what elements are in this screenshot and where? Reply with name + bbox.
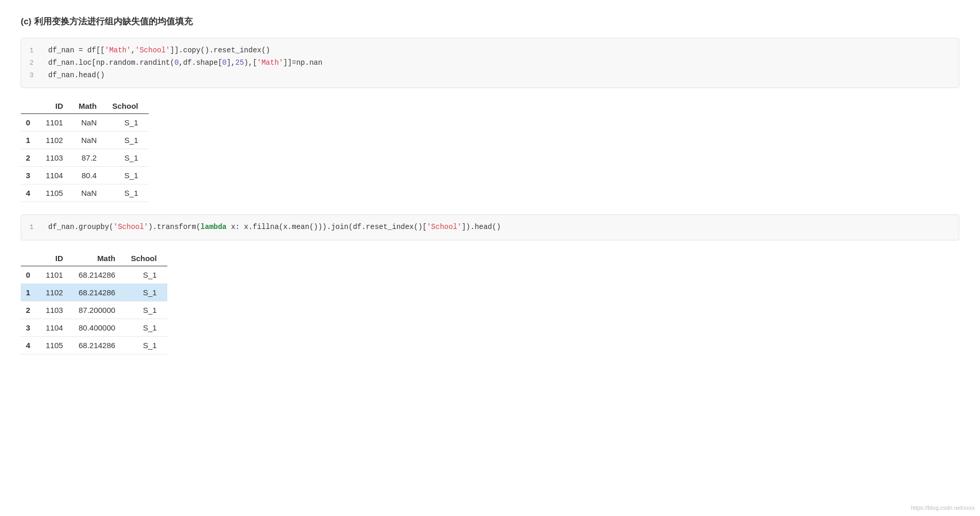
th-index [21,251,40,266]
code-plain: ,df.shape[ [179,59,222,67]
td-index: 4 [21,184,40,202]
td-math: 80.400000 [74,319,126,337]
code-num: 0 [175,59,179,67]
td-school: S_1 [126,302,167,319]
code-line: 2 df_nan.loc[np.random.randint(0,df.shap… [30,57,950,69]
code-keyword: lambda [200,223,226,231]
td-index: 0 [21,114,40,132]
table-row: 0 1101 68.214286 S_1 [21,266,167,284]
td-index: 0 [21,266,40,284]
table-row: 1 1102 NaN S_1 [21,132,149,149]
code-text: df_nan.loc[np.random.randint(0,df.shape[… [48,57,322,69]
td-id: 1104 [40,319,73,337]
line-num: 1 [30,45,42,56]
code-string: 'Math' [105,46,131,54]
code-string: 'School' [135,46,170,54]
td-math: NaN [74,114,107,132]
code-num: 25 [235,59,244,67]
code-text: df_nan.head() [48,69,105,82]
code-plain: ]).head() [462,223,501,231]
td-id: 1101 [40,114,73,132]
table-row: 2 1103 87.200000 S_1 [21,302,167,319]
td-math: 68.214286 [74,266,126,284]
code-line: 1 df_nan = df[['Math','School']].copy().… [30,45,950,57]
code-block-2: 1 df_nan.groupby('School').transform(lam… [21,214,959,240]
line-num: 1 [30,222,42,233]
td-id: 1105 [40,337,73,354]
table-row: 2 1103 87.2 S_1 [21,149,149,167]
dataframe-table-1: ID Math School 0 1101 NaN S_1 1 1102 NaN… [21,98,959,202]
table-header-row: ID Math School [21,251,167,266]
td-school: S_1 [126,319,167,337]
code-plain: df_nan.head() [48,71,105,79]
td-math: 87.200000 [74,302,126,319]
code-plain: x: x.fillna(x.mean())).join(df.reset_ind… [227,223,427,231]
td-math: 68.214286 [74,337,126,354]
td-id: 1103 [40,302,73,319]
code-plain: ).transform( [148,223,200,231]
td-school: S_1 [126,284,167,302]
td-school: S_1 [126,266,167,284]
code-plain: ),[ [244,59,257,67]
table: ID Math School 0 1101 NaN S_1 1 1102 NaN… [21,98,149,202]
td-index: 4 [21,337,40,354]
td-school: S_1 [126,337,167,354]
code-plain: ], [226,59,235,67]
td-id: 1102 [40,284,73,302]
td-id: 1105 [40,184,73,202]
td-index: 3 [21,167,40,184]
th-math: Math [74,251,126,266]
td-id: 1103 [40,149,73,167]
table: ID Math School 0 1101 68.214286 S_1 1 11… [21,251,167,354]
code-plain: df[[ [83,46,105,54]
th-index [21,98,40,114]
code-line: 3 df_nan.head() [30,69,950,82]
td-math: NaN [74,184,107,202]
td-index: 1 [21,284,40,302]
td-id: 1102 [40,132,73,149]
table-row: 4 1105 68.214286 S_1 [21,337,167,354]
code-plain: df_nan [48,46,79,54]
td-id: 1104 [40,167,73,184]
td-id: 1101 [40,266,73,284]
table-row: 0 1101 NaN S_1 [21,114,149,132]
line-num: 3 [30,70,42,81]
code-line: 1 df_nan.groupby('School').transform(lam… [30,221,950,234]
code-plain: df_nan.groupby( [48,223,113,231]
td-math: NaN [74,132,107,149]
td-index: 3 [21,319,40,337]
th-school: School [126,251,167,266]
td-school: S_1 [107,132,149,149]
table-row: 4 1105 NaN S_1 [21,184,149,202]
th-math: Math [74,98,107,114]
code-op: = [79,46,83,54]
table-row: 1 1102 68.214286 S_1 [21,284,167,302]
line-num: 2 [30,58,42,69]
td-index: 2 [21,302,40,319]
td-school: S_1 [107,114,149,132]
dataframe-table-2: ID Math School 0 1101 68.214286 S_1 1 11… [21,251,959,354]
code-string: 'School' [427,223,462,231]
th-id: ID [40,98,73,114]
code-plain: , [131,46,135,54]
th-id: ID [40,251,73,266]
td-math: 68.214286 [74,284,126,302]
code-text: df_nan.groupby('School').transform(lambd… [48,221,501,234]
code-plain: ]].copy().reset_index() [170,46,270,54]
section-title: (c) 利用变换方法进行组内缺失值的均值填充 [21,16,959,27]
code-string: 'Math' [257,59,283,67]
td-math: 87.2 [74,149,107,167]
code-text: df_nan = df[['Math','School']].copy().re… [48,45,270,57]
td-index: 2 [21,149,40,167]
code-string: 'School' [113,223,148,231]
code-plain: df_nan.loc[np.random.randint( [48,59,175,67]
td-school: S_1 [107,184,149,202]
table-row: 3 1104 80.400000 S_1 [21,319,167,337]
td-index: 1 [21,132,40,149]
td-school: S_1 [107,149,149,167]
td-math: 80.4 [74,167,107,184]
code-plain: ]]=np.nan [283,59,323,67]
table-row: 3 1104 80.4 S_1 [21,167,149,184]
code-block-1: 1 df_nan = df[['Math','School']].copy().… [21,38,959,88]
td-school: S_1 [107,167,149,184]
